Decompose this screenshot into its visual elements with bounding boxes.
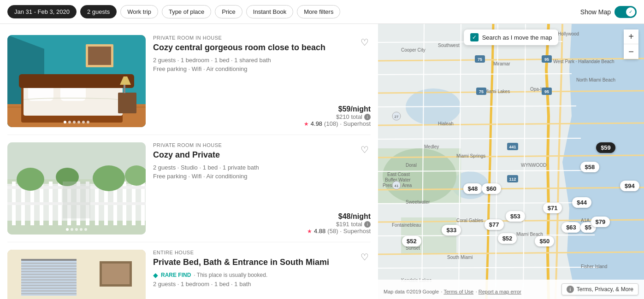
map-toggle-switch[interactable]: ✓ [614, 6, 637, 18]
dot-2-2 [71, 228, 73, 231]
rare-find-label: RARE FIND [161, 272, 191, 278]
dot-2-5 [84, 228, 87, 231]
report-link[interactable]: Report a map error [479, 289, 521, 294]
terms-privacy-btn[interactable]: i Terms, Privacy, & More [561, 283, 638, 295]
work-trip-btn[interactable]: Work trip [120, 5, 158, 18]
price-marker-m2[interactable]: $59 [596, 142, 615, 153]
favorite-btn-2[interactable]: ♡ [359, 142, 371, 157]
price-marker-m1[interactable]: $52 [498, 233, 517, 244]
price-marker-m9[interactable]: $53 [506, 211, 525, 222]
price-marker-m16[interactable]: $52 [402, 236, 421, 246]
price-marker-m11[interactable]: $50 [535, 236, 554, 246]
listing-price-1: $59/night [338, 105, 371, 113]
dot-2-3 [75, 228, 78, 231]
listing-image-1[interactable] [7, 35, 146, 127]
price-marker-m3[interactable]: $58 [580, 162, 600, 172]
price-marker-m14[interactable]: $79 [591, 217, 610, 227]
star-icon-2: ★ [307, 228, 312, 235]
svg-rect-51 [21, 282, 77, 283]
show-map-toggle[interactable]: Show Map ✓ [580, 6, 637, 18]
listing-card-3: ♡ ENTIRE HOUSE Private Bed, Bath & Entra… [7, 242, 371, 299]
svg-rect-48 [21, 274, 77, 275]
svg-rect-52 [21, 285, 77, 286]
svg-rect-57 [102, 264, 130, 284]
zoom-in-btn[interactable]: + [624, 29, 638, 44]
svg-rect-43 [21, 259, 77, 261]
listing-type-3: ENTIRE HOUSE [153, 250, 371, 255]
search-move-checkbox[interactable]: ✓ [470, 33, 479, 41]
svg-rect-12 [124, 85, 125, 93]
price-marker-m10[interactable]: $77 [484, 219, 504, 230]
show-map-label: Show Map [580, 8, 611, 16]
svg-point-34 [17, 168, 44, 191]
zoom-controls: + − [624, 29, 638, 59]
instant-book-btn[interactable]: Instant Book [246, 5, 293, 18]
svg-rect-54 [21, 290, 77, 292]
star-icon-1: ★ [304, 121, 309, 127]
map-overlay: ✓ Search as I move the map + − $52$59$58… [378, 24, 644, 299]
type-of-place-btn[interactable]: Type of place [162, 5, 211, 18]
listing-type-2: PRIVATE ROOM IN HOUSE [153, 142, 371, 148]
map-footer: Map data ©2019 Google · Terms of Use · R… [378, 280, 644, 299]
price-marker-m4[interactable]: $48 [463, 183, 483, 194]
dots-indicator-2 [66, 228, 87, 231]
svg-rect-55 [21, 293, 77, 294]
superhost-1: · Superhost [340, 120, 371, 127]
rare-find-sub: · This place is usually booked. [194, 272, 267, 278]
zoom-out-btn[interactable]: − [624, 44, 638, 59]
favorite-btn-3[interactable]: ♡ [359, 250, 371, 264]
listing-details-2: 2 guests · Studio · 1 bed · 1 private ba… [153, 164, 371, 171]
date-filter-btn[interactable]: Jan 31 - Feb 3, 2020 [7, 5, 77, 18]
listing-details-3: 2 guests · 1 bedroom · 1 bed · 1 bath [153, 281, 371, 287]
listing-info-1: ♡ PRIVATE ROOM IN HOUSE Cozy central gor… [153, 35, 371, 127]
info-icon-1: i [364, 114, 371, 120]
svg-rect-47 [21, 271, 77, 272]
dot-5 [82, 121, 85, 123]
listing-title-1: Cozy central gorgeous room close to beac… [153, 42, 371, 53]
superhost-2: · Superhost [340, 228, 371, 235]
price-marker-m5[interactable]: $60 [482, 183, 501, 194]
svg-rect-46 [21, 268, 77, 270]
listing-total-1: $210 total i [336, 113, 371, 120]
bedroom-illustration [7, 35, 146, 127]
listing-card-1: ♡ PRIVATE ROOM IN HOUSE Cozy central gor… [7, 28, 371, 135]
listing-image-2[interactable] [7, 142, 146, 235]
more-filters-btn[interactable]: More filters [297, 5, 340, 18]
favorite-btn-1[interactable]: ♡ [359, 35, 371, 50]
dot-2-4 [80, 228, 83, 231]
listing-footer-2: $48/night $191 total i ★ 4.88 (58) · Sup… [153, 212, 371, 235]
price-marker-m15[interactable]: $33 [442, 225, 461, 235]
price-btn[interactable]: Price [215, 5, 242, 18]
price-marker-m12[interactable]: $63 [561, 222, 581, 233]
listing-amenities-2: Free parking · Wifi · Air conditioning [153, 173, 371, 180]
search-as-move-bar[interactable]: ✓ Search as I move the map [464, 29, 559, 45]
listing-amenities-1: Free parking · Wifi · Air conditioning [153, 65, 371, 72]
listing-rating-1: ★ 4.98 (108) · Superhost [304, 120, 371, 127]
dot-1 [64, 121, 66, 123]
terms-link[interactable]: Terms of Use [443, 289, 473, 294]
dot-3 [73, 121, 76, 123]
svg-rect-50 [21, 279, 77, 281]
rare-find-badge: ◆ RARE FIND · This place is usually book… [153, 271, 371, 279]
top-bar: Jan 31 - Feb 3, 2020 2 guests Work trip … [0, 0, 644, 24]
listing-title-3: Private Bed, Bath & Entrance in South Mi… [153, 257, 371, 268]
search-as-move-text: Search as I move the map [482, 34, 552, 41]
info-icon: i [567, 286, 574, 293]
info-icon-2: i [364, 221, 371, 228]
svg-rect-49 [21, 276, 77, 278]
listing-title-2: Cozy and Private [153, 150, 371, 160]
listing-image-3[interactable] [7, 250, 146, 299]
price-marker-m6[interactable]: $94 [620, 181, 639, 191]
svg-rect-45 [21, 265, 77, 267]
dot-6 [87, 121, 89, 123]
svg-rect-11 [118, 93, 136, 113]
guests-filter-btn[interactable]: 2 guests [80, 5, 117, 18]
price-marker-m8[interactable]: $71 [543, 203, 562, 213]
dot-4 [77, 121, 80, 123]
svg-rect-10 [19, 74, 134, 88]
dot-2 [68, 121, 71, 123]
listing-info-3: ♡ ENTIRE HOUSE Private Bed, Bath & Entra… [153, 250, 371, 299]
price-marker-m7[interactable]: $44 [572, 197, 591, 208]
svg-point-36 [93, 165, 125, 191]
svg-rect-38 [63, 182, 90, 218]
